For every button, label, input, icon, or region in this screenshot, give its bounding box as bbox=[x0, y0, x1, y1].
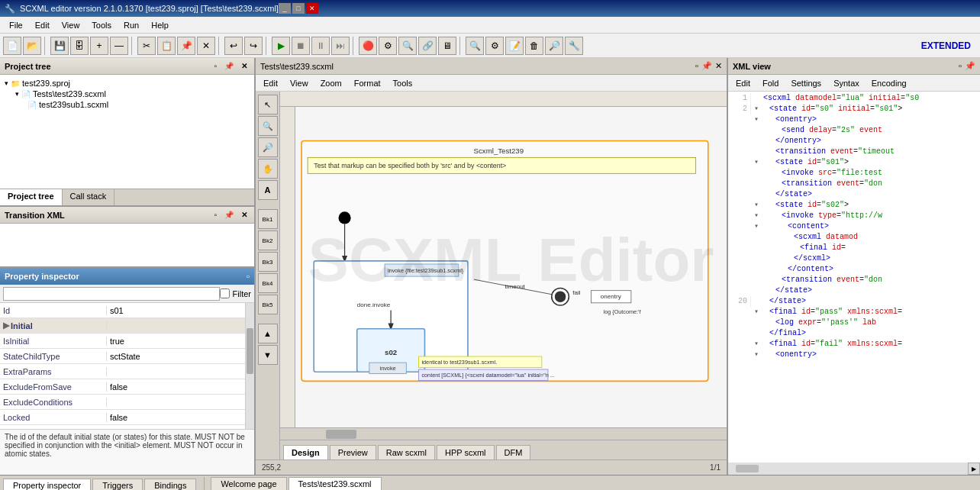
tb-step[interactable]: ⏭ bbox=[331, 37, 350, 55]
prop-filter-input[interactable] bbox=[3, 287, 220, 301]
xml-menu-edit[interactable]: Edit bbox=[731, 78, 755, 89]
tab-project-tree[interactable]: Project tree bbox=[0, 189, 63, 205]
tree-arrow-tests[interactable]: ▾ bbox=[15, 90, 19, 98]
menu-help[interactable]: Help bbox=[145, 19, 175, 31]
editor-menu-format[interactable]: Format bbox=[350, 78, 385, 89]
side-bk3[interactable]: Bk3 bbox=[258, 252, 278, 272]
minimize-button[interactable]: _ bbox=[279, 3, 291, 14]
tab-raw-scxml[interactable]: Raw scxml bbox=[378, 445, 435, 459]
xml-hscrollbar[interactable]: ▶ bbox=[728, 463, 980, 475]
panel-pin[interactable]: 📌 bbox=[222, 61, 236, 71]
bpanel-tab-prop-inspector[interactable]: Property inspector bbox=[3, 479, 91, 490]
hscrollbar-thumb[interactable] bbox=[326, 430, 356, 439]
tree-arrow-root[interactable]: ▾ bbox=[5, 79, 8, 87]
side-bk5[interactable]: Bk5 bbox=[258, 295, 278, 314]
side-text[interactable]: A bbox=[258, 180, 278, 200]
tb-add[interactable]: + bbox=[90, 37, 108, 55]
tb-debug3[interactable]: 🔍 bbox=[398, 37, 417, 55]
tree-item-tests[interactable]: ▾ 📄 Tests\test239.scxml bbox=[3, 89, 251, 99]
prop-row-initial[interactable]: ▶ Initial bbox=[0, 318, 245, 334]
tb-copy[interactable]: 📋 bbox=[157, 37, 176, 55]
bpanel-tab-file[interactable]: Tests\test239.scxml bbox=[289, 477, 382, 490]
tb-open[interactable]: 📂 bbox=[23, 37, 41, 55]
tb-run[interactable]: ▶ bbox=[272, 37, 290, 55]
tb-pause[interactable]: ⏸ bbox=[311, 37, 330, 55]
menu-edit[interactable]: Edit bbox=[29, 19, 56, 31]
tree-item-root[interactable]: ▾ 📁 test239.sproj bbox=[3, 78, 251, 89]
side-zoom-in[interactable]: 🔍 bbox=[258, 116, 278, 136]
menu-view[interactable]: View bbox=[56, 19, 86, 31]
tb-undo[interactable]: ↩ bbox=[224, 37, 243, 55]
tb-delete[interactable]: ✕ bbox=[197, 37, 215, 55]
maximize-button[interactable]: □ bbox=[292, 3, 305, 14]
prop-float[interactable]: ▫ bbox=[247, 272, 250, 281]
tb-remove[interactable]: — bbox=[110, 37, 128, 55]
side-arrow-up[interactable]: ▲ bbox=[258, 324, 278, 343]
editor-float[interactable]: ▫ bbox=[695, 61, 698, 71]
prop-row-id[interactable]: Id s01 bbox=[0, 303, 245, 318]
tb-redo[interactable]: ↪ bbox=[244, 37, 263, 55]
transition-pin[interactable]: 📌 bbox=[222, 210, 236, 220]
side-bk1[interactable]: Bk1 bbox=[258, 209, 278, 229]
filter-checkbox[interactable] bbox=[220, 289, 230, 298]
tb-search[interactable]: 🔍 bbox=[466, 37, 484, 55]
xml-pin[interactable]: 📌 bbox=[965, 61, 975, 71]
prop-row-locked[interactable]: Locked false bbox=[0, 410, 245, 425]
tb-stop[interactable]: ⏹ bbox=[292, 37, 310, 55]
side-bk2[interactable]: Bk2 bbox=[258, 230, 278, 250]
prop-row-extraparams[interactable]: ExtraParams bbox=[0, 364, 245, 379]
tb-extra[interactable]: 🔧 bbox=[565, 37, 583, 55]
xml-menu-settings[interactable]: Settings bbox=[786, 78, 826, 89]
bpanel-tab-bindings[interactable]: Bindings bbox=[144, 479, 196, 490]
canvas-main[interactable]: SCXML Editor Scxml_Test239 Test that mar… bbox=[295, 107, 727, 427]
tb-debug4[interactable]: 🔗 bbox=[418, 37, 437, 55]
editor-menu-edit[interactable]: Edit bbox=[259, 78, 282, 89]
tb-debug1[interactable]: 🔴 bbox=[359, 37, 377, 55]
tb-cut[interactable]: ✂ bbox=[137, 37, 156, 55]
prop-row-excludefromsave[interactable]: ExcludeFromSave false bbox=[0, 379, 245, 395]
hscrollbar[interactable] bbox=[280, 427, 727, 440]
tb-settings[interactable]: ⚙ bbox=[485, 37, 504, 55]
panel-float[interactable]: ▫ bbox=[211, 61, 219, 71]
tb-delete2[interactable]: 🗑 bbox=[525, 37, 543, 55]
bpanel-tab-welcome[interactable]: Welcome page bbox=[211, 477, 286, 490]
tb-prop[interactable]: 📝 bbox=[505, 37, 524, 55]
xml-menu-fold[interactable]: Fold bbox=[758, 78, 783, 89]
prop-row-isinitial[interactable]: IsInitial true bbox=[0, 334, 245, 349]
prop-scrollbar-thumb[interactable] bbox=[247, 328, 253, 374]
editor-menu-view[interactable]: View bbox=[285, 78, 313, 89]
editor-close[interactable]: ✕ bbox=[715, 61, 722, 71]
editor-menu-zoom[interactable]: Zoom bbox=[316, 78, 347, 89]
tab-hpp-scxml[interactable]: HPP scxml bbox=[437, 445, 495, 459]
tb-zoom[interactable]: 🔎 bbox=[545, 37, 563, 55]
prop-row-excludeconditions[interactable]: ExcludeConditions bbox=[0, 395, 245, 410]
tb-debug5[interactable]: 🖥 bbox=[438, 37, 456, 55]
tab-call-stack[interactable]: Call stack bbox=[63, 189, 115, 205]
side-bk4[interactable]: Bk4 bbox=[258, 273, 278, 293]
tree-item-sub1[interactable]: 📄 test239sub1.scxml bbox=[3, 99, 251, 110]
xml-float[interactable]: ▫ bbox=[959, 61, 962, 71]
transition-close[interactable]: ✕ bbox=[239, 210, 250, 220]
side-move[interactable]: ✋ bbox=[258, 159, 278, 179]
tab-dfm[interactable]: DFM bbox=[496, 445, 531, 459]
tb-new[interactable]: 📄 bbox=[3, 37, 21, 55]
editor-pin[interactable]: 📌 bbox=[701, 61, 712, 71]
close-button[interactable]: ✕ bbox=[306, 3, 318, 14]
panel-close[interactable]: ✕ bbox=[239, 61, 250, 71]
tb-debug2[interactable]: ⚙ bbox=[379, 37, 397, 55]
xml-scroll-right[interactable]: ▶ bbox=[968, 463, 980, 475]
transition-float[interactable]: ▫ bbox=[211, 210, 219, 220]
tb-save-all[interactable]: 🗄 bbox=[70, 37, 89, 55]
editor-menu-tools[interactable]: Tools bbox=[388, 78, 417, 89]
xml-menu-encoding[interactable]: Encoding bbox=[867, 78, 911, 89]
prop-row-statechildtype[interactable]: StateChildType sctState bbox=[0, 349, 245, 364]
tab-design[interactable]: Design bbox=[283, 445, 328, 459]
side-select[interactable]: ↖ bbox=[258, 95, 278, 114]
side-arrow-down[interactable]: ▼ bbox=[258, 345, 278, 365]
tb-paste[interactable]: 📌 bbox=[177, 37, 195, 55]
menu-run[interactable]: Run bbox=[118, 19, 145, 31]
tb-save[interactable]: 💾 bbox=[50, 37, 69, 55]
menu-file[interactable]: File bbox=[3, 19, 29, 31]
xml-menu-syntax[interactable]: Syntax bbox=[829, 78, 864, 89]
tab-preview[interactable]: Preview bbox=[330, 445, 376, 459]
